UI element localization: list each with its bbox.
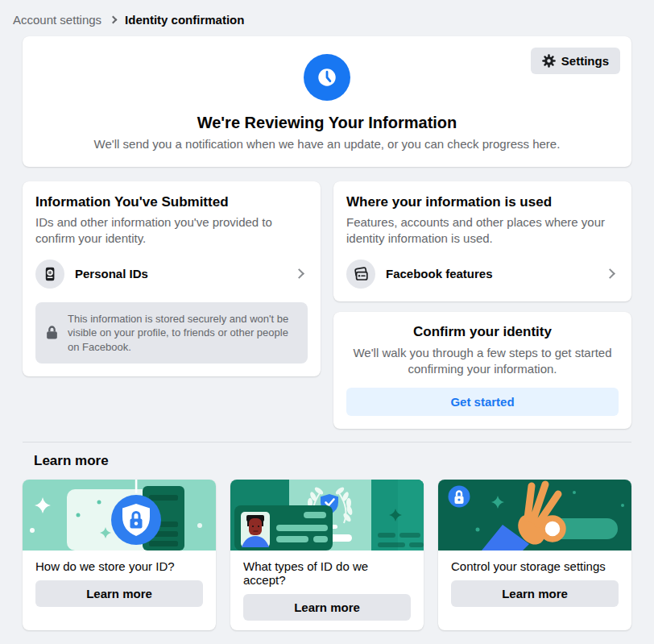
- secure-note-text: This information is stored securely and …: [68, 312, 298, 355]
- learn-more-button-store-id[interactable]: Learn more: [35, 580, 203, 607]
- page-title: We're Reviewing Your Information: [35, 114, 619, 132]
- learn-more-button-storage-settings[interactable]: Learn more: [451, 580, 619, 607]
- chevron-right-icon: [294, 268, 304, 279]
- learn-more-card-title: Control your storage settings: [438, 551, 631, 580]
- usage-info-title: Where your information is used: [346, 194, 619, 210]
- learn-more-card-title: What types of ID do we accept?: [230, 551, 424, 594]
- identity-confirmation-page: Account settings Identity confirmation: [0, 0, 654, 644]
- storage-settings-illustration: [438, 480, 631, 551]
- settings-button[interactable]: Settings: [531, 48, 620, 74]
- facebook-features-label: Facebook features: [386, 267, 606, 280]
- clock-icon: [304, 54, 350, 101]
- gear-icon: [542, 54, 556, 68]
- learn-more-card-id-types: What types of ID do we accept? Learn mor…: [230, 480, 424, 630]
- confirm-identity-description: We'll walk you through a few steps to ge…: [346, 345, 619, 378]
- learn-more-card-storage-settings: Control your storage settings Learn more: [438, 480, 631, 630]
- usage-info-card: Where your information is used Features,…: [333, 181, 631, 301]
- section-divider: [23, 442, 631, 442]
- facebook-features-row[interactable]: Facebook features: [346, 260, 619, 289]
- personal-ids-row[interactable]: Personal IDs: [35, 260, 308, 289]
- breadcrumb-account-settings[interactable]: Account settings: [13, 13, 101, 27]
- settings-button-label: Settings: [561, 54, 609, 68]
- chevron-right-icon: [605, 268, 615, 279]
- id-types-illustration: [230, 480, 424, 551]
- learn-more-card-store-id: How do we store your ID? Learn more: [23, 480, 216, 630]
- stacked-cards-icon: [346, 260, 375, 289]
- passport-id-icon: [35, 260, 64, 289]
- learn-more-heading: Learn more: [34, 453, 631, 469]
- personal-ids-label: Personal IDs: [75, 267, 296, 280]
- usage-info-description: Features, accounts and other places wher…: [346, 214, 619, 247]
- lock-icon: [45, 325, 59, 340]
- breadcrumb-current: Identity confirmation: [125, 13, 244, 27]
- status-subtitle: We'll send you a notification when we ha…: [35, 137, 619, 151]
- submitted-info-title: Information You've Submitted: [35, 194, 308, 210]
- secure-storage-note: This information is stored securely and …: [35, 302, 308, 364]
- learn-more-card-title: How do we store your ID?: [23, 551, 216, 580]
- store-id-illustration: [23, 480, 216, 551]
- breadcrumb-chevron-icon: [110, 16, 118, 24]
- submitted-info-card: Information You've Submitted IDs and oth…: [23, 181, 321, 376]
- breadcrumb: Account settings Identity confirmation: [0, 11, 654, 36]
- learn-more-button-id-types[interactable]: Learn more: [243, 594, 411, 621]
- confirm-identity-title: Confirm your identity: [346, 324, 619, 340]
- confirm-identity-card: Confirm your identity We'll walk you thr…: [333, 312, 631, 430]
- submitted-info-description: IDs and other information you've provide…: [35, 214, 308, 247]
- review-status-card: Settings We're Reviewing Your Informatio…: [23, 36, 631, 167]
- get-started-button[interactable]: Get started: [346, 388, 619, 416]
